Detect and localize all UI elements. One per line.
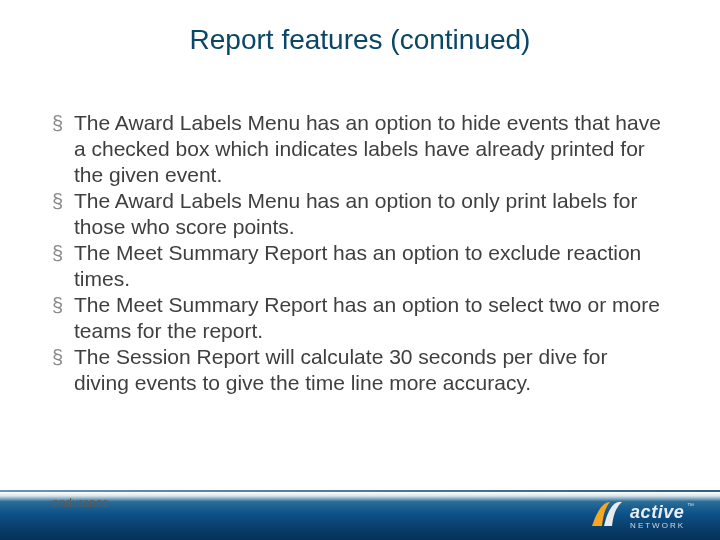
bullet-mark-icon: § xyxy=(52,188,74,214)
bullet-mark-icon: § xyxy=(52,344,74,370)
bullet-text: The Meet Summary Report has an option to… xyxy=(74,292,668,344)
active-network-logo: active NETWORK ™ xyxy=(590,500,694,532)
bullet-item: § The Meet Summary Report has an option … xyxy=(52,292,668,344)
bullet-item: § The Meet Summary Report has an option … xyxy=(52,240,668,292)
footer: endurance active NETWORK ™ xyxy=(0,480,720,540)
slide-title: Report features (continued) xyxy=(0,0,720,56)
trademark-icon: ™ xyxy=(687,502,694,509)
bullet-text: The Meet Summary Report has an option to… xyxy=(74,240,668,292)
logo-subtext: NETWORK xyxy=(630,522,685,530)
bullet-item: § The Award Labels Menu has an option to… xyxy=(52,188,668,240)
bullet-item: § The Session Report will calculate 30 s… xyxy=(52,344,668,396)
bullet-mark-icon: § xyxy=(52,110,74,136)
slide: Report features (continued) § The Award … xyxy=(0,0,720,540)
bullet-text: The Award Labels Menu has an option to h… xyxy=(74,110,668,188)
logo-text: active NETWORK xyxy=(630,503,685,530)
logo-word: active xyxy=(630,503,685,521)
footer-label: endurance xyxy=(52,496,109,510)
bullet-text: The Award Labels Menu has an option to o… xyxy=(74,188,668,240)
bullet-item: § The Award Labels Menu has an option to… xyxy=(52,110,668,188)
bullet-text: The Session Report will calculate 30 sec… xyxy=(74,344,668,396)
bullet-mark-icon: § xyxy=(52,240,74,266)
logo-swoosh-icon xyxy=(590,500,626,532)
bullet-mark-icon: § xyxy=(52,292,74,318)
slide-body: § The Award Labels Menu has an option to… xyxy=(52,110,668,396)
